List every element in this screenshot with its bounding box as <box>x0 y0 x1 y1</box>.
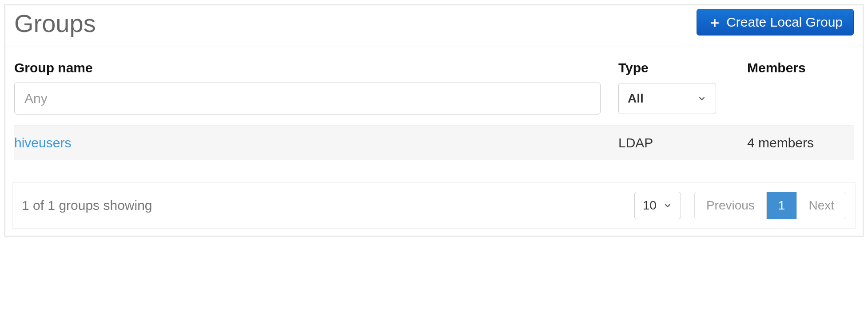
group-name-link[interactable]: hiveusers <box>14 135 71 150</box>
showing-status: 1 of 1 groups showing <box>22 198 621 213</box>
chevron-down-icon <box>697 94 707 103</box>
column-header-members: Members <box>747 60 854 75</box>
plus-icon: ＋ <box>708 15 722 29</box>
pagination: Previous 1 Next <box>694 192 846 219</box>
group-name-filter-input[interactable] <box>14 83 601 115</box>
groups-table: Group name Type Members All <box>5 47 863 169</box>
groups-page: Groups ＋ Create Local Group Group name T… <box>4 4 864 237</box>
type-filter-select[interactable]: All <box>618 83 716 114</box>
group-type-cell: LDAP <box>618 135 729 150</box>
table-footer: 1 of 1 groups showing 10 Previous 1 Next <box>12 182 856 229</box>
column-header-type: Type <box>618 60 729 75</box>
page-number-button[interactable]: 1 <box>767 192 797 219</box>
chevron-down-icon <box>663 201 673 210</box>
create-button-label: Create Local Group <box>726 15 843 30</box>
page-title: Groups <box>14 9 96 38</box>
next-page-button[interactable]: Next <box>797 192 846 219</box>
type-filter-value: All <box>628 91 644 106</box>
create-local-group-button[interactable]: ＋ Create Local Group <box>697 9 854 36</box>
page-header: Groups ＋ Create Local Group <box>5 5 863 47</box>
table-row: hiveusers LDAP 4 members <box>14 125 854 160</box>
filter-row: All <box>14 83 854 125</box>
column-header-name: Group name <box>14 60 601 75</box>
group-members-cell: 4 members <box>747 135 854 150</box>
per-page-select[interactable]: 10 <box>634 192 681 219</box>
previous-page-button[interactable]: Previous <box>695 192 767 219</box>
table-header-row: Group name Type Members <box>14 60 854 83</box>
per-page-value: 10 <box>643 198 657 213</box>
